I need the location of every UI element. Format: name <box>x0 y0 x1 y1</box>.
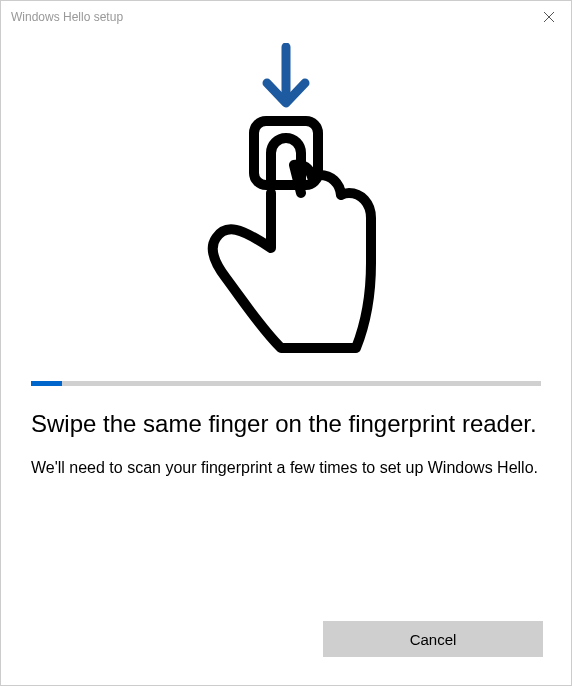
window-title: Windows Hello setup <box>11 10 123 24</box>
finger-scan-icon <box>171 43 401 363</box>
instruction-body: We'll need to scan your fingerprint a fe… <box>31 457 541 479</box>
titlebar: Windows Hello setup <box>1 1 571 33</box>
close-icon <box>543 11 555 23</box>
close-button[interactable] <box>526 1 571 33</box>
instruction-heading: Swipe the same finger on the fingerprint… <box>31 408 541 439</box>
progress-bar <box>31 381 541 386</box>
fingerprint-illustration <box>31 33 541 381</box>
dialog-footer: Cancel <box>1 599 571 685</box>
progress-fill <box>31 381 62 386</box>
cancel-button[interactable]: Cancel <box>323 621 543 657</box>
